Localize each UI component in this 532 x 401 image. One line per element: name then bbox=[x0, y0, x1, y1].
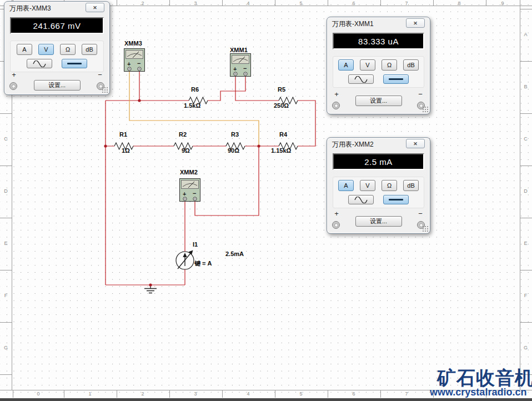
label-r5-name: R5 bbox=[278, 86, 285, 93]
mode-button-db[interactable]: dB bbox=[403, 59, 419, 71]
dc-mode-button[interactable] bbox=[62, 59, 87, 68]
mode-button-v[interactable]: V bbox=[38, 44, 54, 55]
border-row-label: F bbox=[2, 293, 10, 298]
dc-line-icon bbox=[389, 78, 403, 80]
meter-display: 241.667 mV bbox=[10, 17, 104, 34]
mode-button-a[interactable]: A bbox=[338, 180, 354, 191]
border-row-label: G bbox=[2, 345, 10, 350]
mode-button-ohm[interactable]: Ω bbox=[382, 180, 397, 191]
ac-mode-button[interactable] bbox=[348, 74, 374, 84]
close-icon: ✕ bbox=[93, 5, 97, 11]
border-col-label: 2 bbox=[137, 1, 148, 6]
border-col-label: 3 bbox=[190, 391, 201, 397]
label-r6-name: R6 bbox=[191, 86, 199, 93]
border-row-label: B bbox=[521, 84, 530, 89]
border-col-label: 8 bbox=[454, 1, 465, 6]
mode-button-ohm[interactable]: Ω bbox=[60, 44, 76, 55]
sine-icon bbox=[32, 61, 47, 67]
ac-mode-button[interactable] bbox=[27, 59, 52, 68]
label-r4-name: R4 bbox=[279, 131, 287, 138]
label-r4-value: 1.15kΩ bbox=[271, 147, 291, 154]
border-col-label: 7 bbox=[401, 391, 412, 397]
border-row-label: E bbox=[2, 240, 10, 246]
mode-button-a[interactable]: A bbox=[17, 44, 32, 55]
close-button[interactable]: ✕ bbox=[406, 139, 425, 148]
mode-button-a[interactable]: A bbox=[338, 59, 354, 71]
label-xmm2: XMM2 bbox=[180, 169, 198, 176]
label-i1-key: 键 = A bbox=[194, 259, 212, 268]
border-row-label: C bbox=[521, 136, 530, 142]
window-titlebar[interactable]: 万用表-XMM3 ✕ bbox=[4, 2, 109, 16]
signal-row bbox=[11, 59, 103, 68]
window-titlebar[interactable]: 万用表-XMM1 ✕ bbox=[327, 17, 430, 31]
plus-terminal bbox=[9, 82, 17, 90]
window-titlebar[interactable]: 万用表-XMM2 ✕ bbox=[327, 138, 430, 152]
label-xmm1: XMM1 bbox=[230, 47, 248, 53]
window-title: 万用表-XMM1 bbox=[332, 19, 374, 29]
border-row-label: A bbox=[521, 32, 530, 37]
dc-mode-button[interactable] bbox=[383, 74, 409, 84]
minus-terminal-label: − bbox=[417, 90, 424, 98]
close-button[interactable]: ✕ bbox=[86, 3, 104, 12]
mode-row: A V Ω dB bbox=[333, 180, 424, 191]
plus-terminal bbox=[332, 221, 340, 229]
dc-line-icon bbox=[389, 199, 403, 200]
label-r2-name: R2 bbox=[179, 131, 187, 138]
label-r6-value: 1.5kΩ bbox=[184, 102, 200, 109]
settings-button[interactable]: 设置... bbox=[355, 96, 402, 106]
meter-controls-panel: A V Ω dB bbox=[10, 41, 104, 72]
multimeter-window-xmm3[interactable]: 万用表-XMM3 ✕ 241.667 mV A V Ω dB 设置... + − bbox=[4, 1, 110, 95]
multimeter-icon-xmm1[interactable] bbox=[230, 54, 251, 77]
close-icon: ✕ bbox=[413, 21, 418, 26]
plus-terminal-label: + bbox=[333, 90, 340, 98]
label-i1-value: 2.5mA bbox=[225, 250, 244, 257]
label-r5-value: 250Ω bbox=[274, 102, 289, 109]
border-col-label: 5 bbox=[295, 1, 307, 6]
border-col-label: 9 bbox=[497, 1, 508, 6]
label-r3-name: R3 bbox=[231, 131, 239, 138]
border-col-label: 4 bbox=[243, 1, 254, 6]
window-title: 万用表-XMM3 bbox=[9, 4, 51, 13]
dc-line-icon bbox=[67, 63, 82, 64]
label-r3-value: 90Ω bbox=[228, 147, 239, 154]
dc-mode-button[interactable] bbox=[383, 195, 409, 204]
border-col-label: 2 bbox=[137, 391, 148, 397]
meter-reading: 2.5 mA bbox=[364, 157, 393, 167]
border-row-label: E bbox=[521, 240, 530, 246]
signal-row bbox=[333, 74, 424, 84]
terminal-hole bbox=[12, 84, 16, 88]
border-row-label: D bbox=[521, 188, 530, 194]
junction-dot bbox=[104, 144, 107, 147]
multimeter-icon-xmm2[interactable] bbox=[180, 179, 200, 202]
mode-button-db[interactable]: dB bbox=[403, 180, 419, 191]
settings-button[interactable]: 设置... bbox=[34, 80, 81, 91]
close-button[interactable]: ✕ bbox=[406, 18, 425, 28]
current-source-i1[interactable] bbox=[176, 250, 194, 270]
ac-mode-button[interactable] bbox=[348, 195, 374, 204]
border-col-label: 1 bbox=[84, 391, 96, 397]
label-r2-value: 9Ω bbox=[182, 147, 190, 154]
meter-controls-panel: A V Ω dB bbox=[333, 56, 424, 88]
mode-button-ohm[interactable]: Ω bbox=[382, 59, 397, 71]
settings-button[interactable]: 设置... bbox=[355, 216, 402, 227]
mode-row: A V Ω dB bbox=[11, 44, 103, 55]
mode-button-v[interactable]: V bbox=[360, 59, 375, 71]
mode-button-v[interactable]: V bbox=[360, 180, 375, 191]
bottom-edge-bar bbox=[0, 398, 532, 401]
resize-grip[interactable] bbox=[422, 106, 428, 112]
multimeter-window-xmm1[interactable]: 万用表-XMM1 ✕ 83.333 uA A V Ω dB 设置... + − bbox=[327, 17, 430, 114]
border-col-label: 0 bbox=[33, 391, 44, 397]
border-row-label: C bbox=[2, 136, 10, 142]
close-icon: ✕ bbox=[413, 141, 418, 147]
plus-terminal-label: + bbox=[333, 209, 340, 218]
junction-dot bbox=[149, 283, 152, 286]
multimeter-icon-xmm3[interactable] bbox=[124, 49, 145, 72]
border-col-label: 3 bbox=[190, 1, 201, 6]
mode-button-db[interactable]: dB bbox=[82, 44, 97, 55]
multimeter-window-xmm2[interactable]: 万用表-XMM2 ✕ 2.5 mA A V Ω dB 设置... + − bbox=[327, 137, 430, 234]
terminal-hole bbox=[334, 104, 338, 108]
resize-grip[interactable] bbox=[102, 87, 108, 93]
border-col-label: 7 bbox=[401, 1, 412, 6]
resize-grip[interactable] bbox=[422, 225, 428, 232]
border-col-label: 6 bbox=[348, 1, 359, 6]
